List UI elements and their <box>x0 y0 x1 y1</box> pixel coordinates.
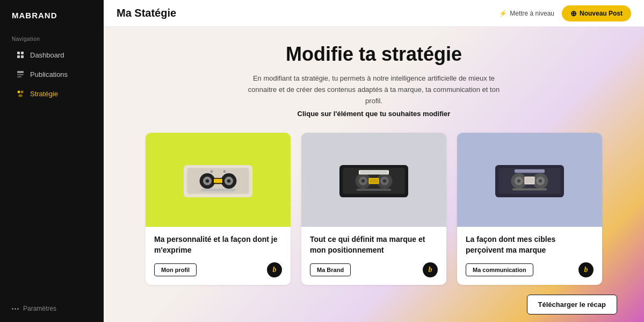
card-brand-body: Tout ce qui définit ma marque et mon pos… <box>301 227 446 284</box>
svg-point-40 <box>517 179 520 182</box>
svg-rect-46 <box>512 188 547 190</box>
svg-point-43 <box>539 179 542 182</box>
lightning-icon: ⚡ <box>499 10 507 17</box>
card-communication[interactable]: La façon dont mes cibles perçoivent ma m… <box>457 133 602 284</box>
svg-rect-20 <box>201 189 235 191</box>
cards-row: Ma personnalité et la façon dont je m'ex… <box>125 133 623 284</box>
card-profil-body: Ma personnalité et la façon dont je m'ex… <box>146 227 291 284</box>
svg-point-22 <box>223 170 226 173</box>
svg-rect-0 <box>17 52 20 54</box>
sidebar-item-label: Stratégie <box>30 90 58 98</box>
svg-point-21 <box>211 170 213 173</box>
card-brand-image <box>301 133 446 227</box>
communication-button[interactable]: Ma communication <box>466 263 533 276</box>
cassette-yellow-svg <box>175 153 261 207</box>
brand-icon-circle-3: b <box>578 262 594 277</box>
sidebar: MABRAND Navigation Dashboard Publication… <box>0 0 104 322</box>
profil-button[interactable]: Mon profil <box>154 263 197 276</box>
svg-point-27 <box>361 179 365 182</box>
svg-rect-1 <box>21 52 24 54</box>
svg-rect-45 <box>525 177 534 183</box>
cassette-gray-svg <box>331 153 417 207</box>
b-icon: b <box>273 266 277 274</box>
upgrade-button[interactable]: ⚡ Mettre à niveau <box>499 10 554 17</box>
card-communication-image <box>457 133 602 227</box>
svg-point-14 <box>206 179 209 182</box>
svg-point-8 <box>21 91 24 94</box>
b-icon-2: b <box>429 266 432 274</box>
svg-point-17 <box>227 179 230 182</box>
svg-point-9 <box>18 95 23 97</box>
sidebar-item-publications[interactable]: Publications <box>4 65 99 83</box>
settings-label: Paramètres <box>23 305 56 312</box>
sidebar-footer-settings[interactable]: Paramètres <box>0 295 104 322</box>
card-brand-title: Tout ce qui définit ma marque et mon pos… <box>310 234 438 255</box>
download-row: Télécharger le récap <box>125 295 623 314</box>
topbar-actions: ⚡ Mettre à niveau ⊕ Nouveau Post <box>499 5 631 22</box>
logo: MABRAND <box>0 0 104 31</box>
svg-point-30 <box>383 179 386 182</box>
brand-icon-circle: b <box>267 262 282 277</box>
brand-icon-circle-2: b <box>423 262 438 277</box>
svg-rect-35 <box>360 171 387 174</box>
card-brand-footer: Ma Brand b <box>310 262 438 277</box>
publications-icon <box>16 70 25 78</box>
card-communication-footer: Ma communication b <box>466 262 594 277</box>
svg-rect-33 <box>357 189 391 191</box>
svg-rect-2 <box>17 55 20 58</box>
card-brand[interactable]: Tout ce qui définit ma marque et mon pos… <box>301 133 446 284</box>
nav-section-label: Navigation <box>0 31 104 45</box>
svg-rect-47 <box>515 169 545 173</box>
strategie-icon <box>16 89 25 98</box>
b-icon-3: b <box>584 266 588 274</box>
sidebar-item-label: Dashboard <box>30 51 64 59</box>
new-post-button[interactable]: ⊕ Nouveau Post <box>562 5 631 22</box>
svg-rect-5 <box>17 74 24 75</box>
card-profil-image <box>146 133 291 227</box>
sidebar-item-label: Publications <box>30 70 68 78</box>
dashboard-icon <box>16 51 25 59</box>
plus-icon: ⊕ <box>570 9 577 18</box>
svg-rect-32 <box>370 178 378 183</box>
content-area: Modifie ta stratégie En modifiant ta str… <box>104 27 644 322</box>
hero-description: En modifiant ta stratégie, tu permets à … <box>240 73 508 106</box>
card-profil[interactable]: Ma personnalité et la façon dont je m'ex… <box>146 133 291 284</box>
card-profil-title: Ma personnalité et la façon dont je m'ex… <box>154 234 282 255</box>
svg-rect-6 <box>17 76 21 77</box>
svg-point-7 <box>18 91 20 94</box>
svg-rect-4 <box>17 71 24 73</box>
card-profil-footer: Mon profil b <box>154 262 282 277</box>
svg-rect-3 <box>21 55 24 58</box>
sidebar-item-dashboard[interactable]: Dashboard <box>4 46 99 64</box>
card-communication-title: La façon dont mes cibles perçoivent ma m… <box>466 234 594 255</box>
page-title: Ma Statégie <box>117 7 176 19</box>
dots-icon <box>12 308 19 310</box>
hero-cta: Clique sur l'élément que tu souhaites mo… <box>125 110 623 118</box>
main-panel: Ma Statégie ⚡ Mettre à niveau ⊕ Nouveau … <box>104 0 644 322</box>
hero-title: Modifie ta stratégie <box>125 43 623 66</box>
brand-button[interactable]: Ma Brand <box>310 263 351 276</box>
hero-section: Modifie ta stratégie En modifiant ta str… <box>125 43 623 118</box>
card-communication-body: La façon dont mes cibles perçoivent ma m… <box>457 227 602 284</box>
cassette-purple-svg <box>487 153 573 207</box>
topbar: Ma Statégie ⚡ Mettre à niveau ⊕ Nouveau … <box>104 0 644 27</box>
download-button[interactable]: Télécharger le récap <box>527 295 617 314</box>
sidebar-item-strategie[interactable]: Stratégie <box>4 84 99 103</box>
svg-rect-19 <box>214 178 222 183</box>
